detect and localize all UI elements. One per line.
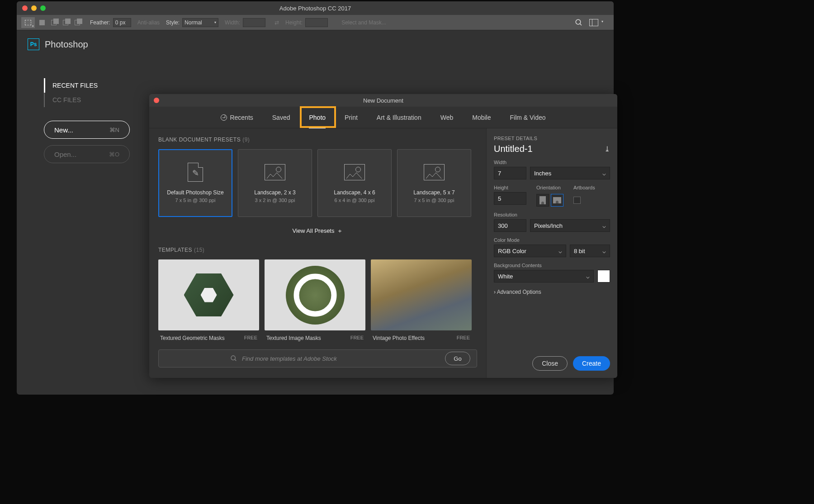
template-search-input[interactable]: Find more templates at Adobe Stock [242,355,440,362]
preset-default-photoshop-size[interactable]: ✎ Default Photoshop Size 7 x 5 in @ 300 … [158,149,232,217]
brand-row: Ps Photoshop [17,30,614,50]
preset-landscape-5x7[interactable]: Landscape, 5 x 7 7 x 5 in @ 300 ppi [397,149,471,217]
preset-landscape-4x6[interactable]: Landscape, 4 x 6 6 x 4 in @ 300 ppi [317,149,392,217]
minimize-icon[interactable] [31,5,37,11]
template-textured-geometric-masks[interactable]: Textured Geometric MasksFREE [158,259,259,341]
blank-presets-header: BLANK DOCUMENT PRESETS(9) [158,137,477,143]
traffic-lights [22,5,46,11]
landscape-icon [553,197,561,203]
artboards-label: Artboards [573,185,595,190]
resolution-label: Resolution [494,212,610,217]
tab-photo[interactable]: Photo [309,107,326,128]
tab-web[interactable]: Web [440,107,454,128]
width-input[interactable]: 7 [494,167,526,179]
go-button[interactable]: Go [445,352,470,365]
subtract-selection-icon[interactable] [60,17,71,28]
brand-label: Photoshop [45,39,88,50]
new-button-label: New... [54,126,73,134]
add-selection-icon[interactable] [48,17,59,28]
advanced-options-toggle[interactable]: Advanced Options [494,289,610,295]
tab-mobile[interactable]: Mobile [472,107,491,128]
template-search-row: Find more templates at Adobe Stock Go [158,349,477,367]
workspace-layout-icon[interactable] [589,19,598,26]
template-vintage-photo-effects[interactable]: Vintage Photo EffectsFREE [371,259,472,341]
artboards-checkbox[interactable] [573,197,581,204]
dialog-title: New Document [363,97,403,104]
tab-print[interactable]: Print [345,107,358,128]
color-mode-select[interactable]: RGB Color [494,245,566,257]
create-button[interactable]: Create [573,356,610,371]
document-name-input[interactable]: Untitled-1 [494,144,533,154]
preset-details-label: PRESET DETAILS [494,136,610,141]
new-selection-icon[interactable] [37,17,47,28]
resolution-input[interactable]: 300 [494,219,526,232]
open-button[interactable]: Open... ⌘O [44,145,130,163]
marquee-tool-icon[interactable] [21,17,35,28]
resolution-unit-select[interactable]: Pixels/Inch [530,219,610,232]
background-contents-select[interactable]: White [494,270,594,283]
height-label: Height [494,185,526,190]
window-title: Adobe Photoshop CC 2017 [279,5,351,12]
open-button-shortcut: ⌘O [109,151,119,158]
style-label: Style: [166,19,180,26]
close-icon[interactable] [22,5,28,11]
bit-depth-select[interactable]: 8 bit [570,245,610,257]
search-icon [230,355,237,362]
plus-icon: ＋ [337,227,343,234]
tab-recents[interactable]: Recents [221,107,253,128]
dialog-close-icon[interactable] [154,98,159,103]
image-icon [265,164,285,180]
maximize-icon[interactable] [40,5,46,11]
new-document-dialog: New Document Recents Saved Photo Print A… [149,94,617,378]
photoshop-logo-icon: Ps [28,38,39,50]
svg-point-2 [231,356,235,360]
select-and-mask-button[interactable]: Select and Mask... [341,19,386,26]
templates-header: TEMPLATES(15) [158,247,477,253]
presets-panel: BLANK DOCUMENT PRESETS(9) ✎ Default Phot… [149,128,486,378]
svg-line-1 [580,24,582,25]
height-input[interactable] [305,18,328,27]
sidebar-tab-recent[interactable]: RECENT FILES [44,78,152,93]
height-label: Height: [285,19,303,26]
preset-landscape-2x3[interactable]: Landscape, 2 x 3 3 x 2 in @ 300 ppi [238,149,312,217]
image-icon [424,164,445,180]
background-contents-label: Background Contents [494,263,610,268]
sidebar-tab-ccfiles[interactable]: CC FILES [44,93,152,107]
new-button-shortcut: ⌘N [109,127,119,133]
orientation-landscape-button[interactable] [551,194,563,207]
feather-label: Feather: [90,19,110,26]
height-input[interactable]: 5 [494,192,526,205]
start-sidebar: RECENT FILES CC FILES New... ⌘N Open... … [44,78,152,163]
orientation-portrait-button[interactable] [536,194,549,207]
options-bar: Feather: 0 px Anti-alias Style: Normal W… [17,15,614,30]
width-input[interactable] [243,18,265,27]
antialias-label: Anti-alias [137,19,160,26]
svg-point-0 [576,19,581,24]
titlebar: Adobe Photoshop CC 2017 [17,1,614,15]
save-preset-icon[interactable]: ⤓ [604,145,610,153]
tab-saved[interactable]: Saved [272,107,290,128]
style-select[interactable]: Normal [182,18,218,27]
new-button[interactable]: New... ⌘N [44,121,130,139]
intersect-selection-icon[interactable] [72,17,83,28]
close-button[interactable]: Close [532,356,568,371]
background-color-swatch[interactable] [597,270,610,283]
tab-art-illustration[interactable]: Art & Illustration [377,107,421,128]
width-label: Width [494,160,610,165]
open-button-label: Open... [54,151,76,158]
portrait-icon [540,196,546,204]
feather-input[interactable]: 0 px [113,18,131,27]
clock-icon [221,114,227,121]
orientation-label: Orientation [536,185,563,190]
document-icon: ✎ [188,163,203,182]
color-mode-label: Color Mode [494,237,610,243]
template-textured-image-masks[interactable]: Textured Image MasksFREE [265,259,365,341]
dialog-titlebar: New Document [149,94,617,107]
tab-film-video[interactable]: Film & Video [510,107,545,128]
category-tabs: Recents Saved Photo Print Art & Illustra… [149,107,617,128]
width-label: Width: [225,19,240,26]
view-all-presets-button[interactable]: View All Presets＋ [158,227,477,235]
width-unit-select[interactable]: Inches [530,167,610,179]
search-icon[interactable] [575,19,583,27]
svg-line-3 [235,359,236,361]
